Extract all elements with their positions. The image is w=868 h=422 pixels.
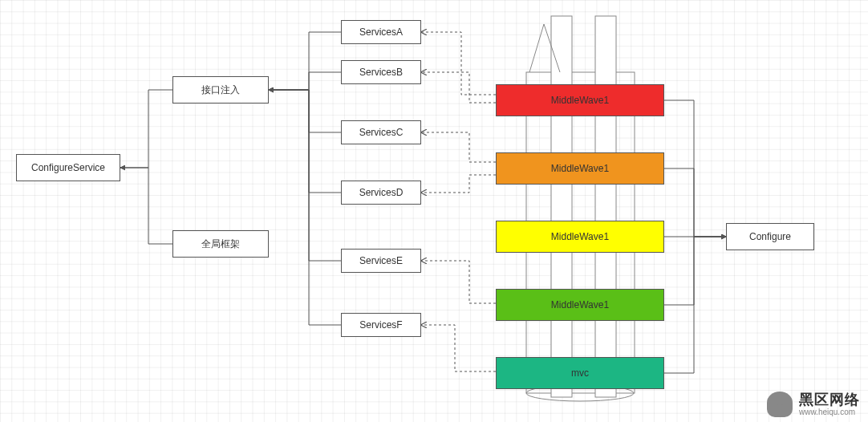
- node-services-f: ServicesF: [341, 313, 421, 337]
- label: mvc: [571, 367, 589, 379]
- label: ConfigureService: [31, 162, 105, 173]
- label: ServicesF: [359, 319, 402, 331]
- label: ServicesA: [359, 26, 403, 38]
- label: MiddleWave1: [551, 163, 609, 174]
- node-global-frame: 全局框架: [172, 230, 269, 258]
- watermark-title: 黑区网络: [799, 392, 860, 408]
- node-services-d: ServicesD: [341, 181, 421, 205]
- node-middleware-4: MiddleWave1: [496, 289, 664, 321]
- mushroom-icon: [767, 392, 793, 417]
- node-middleware-5: mvc: [496, 357, 664, 389]
- node-services-e: ServicesE: [341, 249, 421, 273]
- label: Configure: [749, 231, 791, 242]
- svg-rect-3: [595, 16, 616, 397]
- node-middleware-2: MiddleWave1: [496, 152, 664, 185]
- node-middleware-1: MiddleWave1: [496, 84, 664, 116]
- label: 接口注入: [201, 83, 240, 97]
- label: ServicesD: [359, 187, 404, 198]
- svg-rect-2: [551, 16, 572, 397]
- watermark: 黑区网络 www.heiqu.com: [767, 392, 860, 417]
- label: MiddleWave1: [551, 231, 609, 242]
- label: ServicesE: [359, 255, 403, 266]
- label: ServicesB: [359, 67, 403, 78]
- node-middleware-3: MiddleWave1: [496, 221, 664, 253]
- label: ServicesC: [359, 127, 404, 138]
- node-interface-inject: 接口注入: [172, 76, 269, 103]
- label: MiddleWave1: [551, 95, 609, 106]
- connectors: [0, 0, 868, 422]
- node-services-a: ServicesA: [341, 20, 421, 44]
- watermark-url: www.heiqu.com: [799, 408, 860, 416]
- node-services-b: ServicesB: [341, 60, 421, 84]
- node-configure-service: ConfigureService: [16, 154, 120, 181]
- node-configure: Configure: [726, 223, 814, 250]
- label: MiddleWave1: [551, 299, 609, 310]
- label: 全局框架: [201, 237, 240, 251]
- node-services-c: ServicesC: [341, 120, 421, 144]
